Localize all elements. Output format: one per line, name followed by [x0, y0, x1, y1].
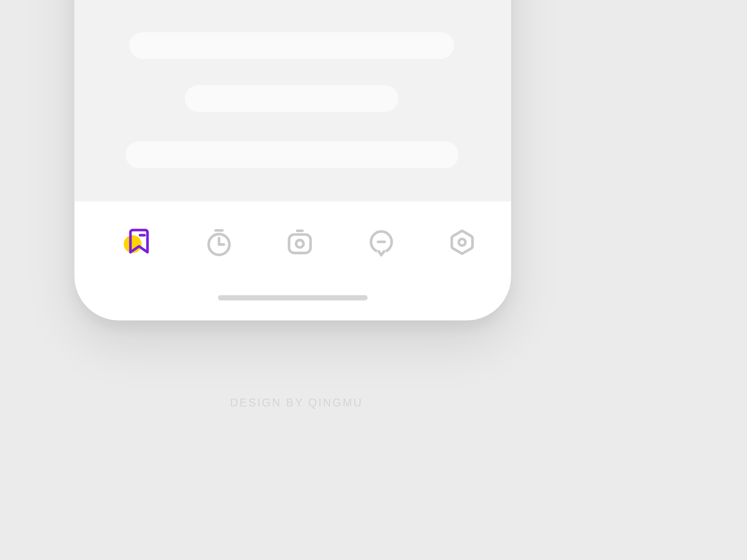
- camera-icon: [285, 228, 314, 257]
- chat-icon: [367, 228, 396, 257]
- tab-chat[interactable]: [359, 220, 403, 264]
- stopwatch-icon: [204, 228, 233, 257]
- tab-bar: [75, 202, 511, 321]
- tab-bookmark[interactable]: [115, 220, 160, 264]
- svg-point-12: [459, 239, 465, 245]
- credit-text: DESIGN BY QINGMU: [0, 396, 593, 409]
- bookmark-icon: [121, 226, 153, 258]
- tab-settings[interactable]: [440, 220, 484, 264]
- tab-stopwatch[interactable]: [197, 220, 241, 264]
- content-area: [75, 0, 511, 202]
- skeleton-row: [185, 85, 398, 112]
- phone-frame: [75, 0, 511, 321]
- svg-rect-7: [289, 234, 310, 253]
- skeleton-row: [129, 32, 454, 59]
- svg-point-8: [296, 240, 303, 247]
- tab-camera[interactable]: [278, 220, 322, 264]
- settings-hex-icon: [448, 228, 477, 257]
- skeleton-row: [126, 141, 458, 168]
- home-indicator: [218, 295, 368, 301]
